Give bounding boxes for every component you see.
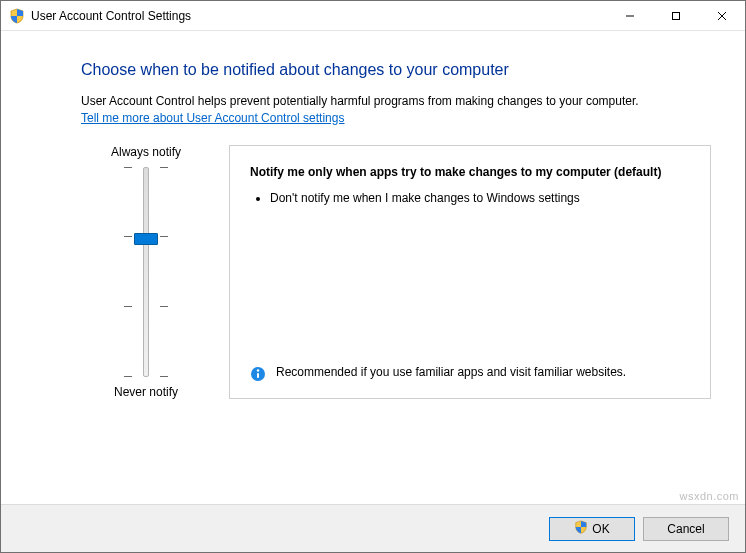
maximize-button[interactable] [653, 1, 699, 30]
ok-button-label: OK [592, 522, 609, 536]
body-area: Always notify Never notify Notify me onl… [81, 145, 711, 399]
notification-slider: Always notify Never notify [81, 145, 211, 399]
window-title: User Account Control Settings [31, 9, 607, 23]
slider-track[interactable] [116, 167, 176, 377]
ok-button[interactable]: OK [549, 517, 635, 541]
svg-rect-1 [673, 12, 680, 19]
slider-thumb[interactable] [134, 233, 158, 245]
panel-bullet-list: Don't notify me when I make changes to W… [270, 190, 690, 206]
close-button[interactable] [699, 1, 745, 30]
watermark-text: wsxdn.com [679, 490, 739, 502]
slider-tick [116, 306, 176, 307]
slider-tick [116, 376, 176, 377]
description-text: User Account Control helps prevent poten… [81, 94, 639, 108]
notification-level-panel: Notify me only when apps try to make cha… [229, 145, 711, 399]
svg-rect-5 [257, 373, 259, 378]
cancel-button-label: Cancel [667, 522, 704, 536]
window-controls [607, 1, 745, 30]
panel-bullet: Don't notify me when I make changes to W… [270, 190, 690, 206]
uac-settings-window: User Account Control Settings Choose whe… [0, 0, 746, 553]
svg-point-6 [257, 369, 259, 371]
page-heading: Choose when to be notified about changes… [81, 61, 711, 79]
content-area: Choose when to be notified about changes… [1, 31, 745, 552]
learn-more-link[interactable]: Tell me more about User Account Control … [81, 110, 344, 127]
page-description: User Account Control helps prevent poten… [81, 93, 711, 127]
titlebar: User Account Control Settings [1, 1, 745, 31]
slider-label-bottom: Never notify [114, 385, 178, 399]
shield-icon [574, 520, 588, 537]
slider-label-top: Always notify [111, 145, 181, 159]
slider-tick [116, 167, 176, 168]
panel-title: Notify me only when apps try to make cha… [250, 164, 690, 180]
cancel-button[interactable]: Cancel [643, 517, 729, 541]
recommendation-text: Recommended if you use familiar apps and… [276, 364, 626, 380]
dialog-button-bar: OK Cancel [1, 504, 745, 552]
info-icon [250, 366, 266, 382]
shield-icon [9, 8, 25, 24]
recommendation-row: Recommended if you use familiar apps and… [250, 364, 690, 382]
minimize-button[interactable] [607, 1, 653, 30]
